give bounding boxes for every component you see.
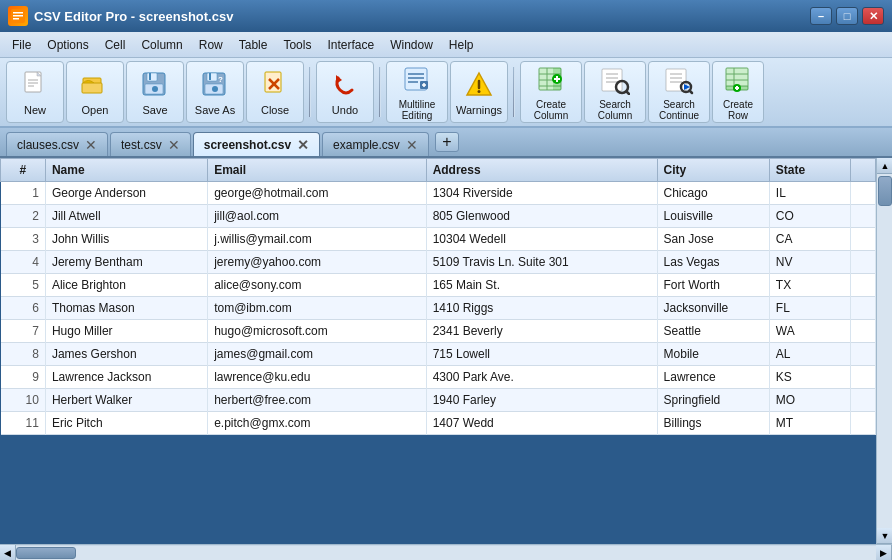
cell-email[interactable]: tom@ibm.com [208, 297, 426, 320]
menu-tools[interactable]: Tools [275, 36, 319, 54]
cell-city[interactable]: Billings [657, 412, 769, 435]
cell-city[interactable]: Jacksonville [657, 297, 769, 320]
table-row[interactable]: 4 Jeremy Bentham jeremy@yahoo.com 5109 T… [1, 251, 876, 274]
menu-help[interactable]: Help [441, 36, 482, 54]
table-row[interactable]: 11 Eric Pitch e.pitch@gmx.com 1407 Wedd … [1, 412, 876, 435]
warnings-button[interactable]: Warnings [450, 61, 508, 123]
tab-clauses-close[interactable]: ✕ [85, 138, 97, 152]
col-header-name[interactable]: Name [45, 159, 207, 182]
create-column-button[interactable]: Create Column [520, 61, 582, 123]
cell-address[interactable]: 5109 Travis Ln. Suite 301 [426, 251, 657, 274]
scroll-right-button[interactable]: ▶ [876, 545, 892, 561]
cell-email[interactable]: j.willis@ymail.com [208, 228, 426, 251]
menu-cell[interactable]: Cell [97, 36, 134, 54]
cell-name[interactable]: James Gershon [45, 343, 207, 366]
col-header-state[interactable]: State [769, 159, 850, 182]
tab-clauses[interactable]: clauses.csv ✕ [6, 132, 108, 156]
cell-name[interactable]: Thomas Mason [45, 297, 207, 320]
table-row[interactable]: 7 Hugo Miller hugo@microsoft.com 2341 Be… [1, 320, 876, 343]
col-header-email[interactable]: Email [208, 159, 426, 182]
open-button[interactable]: Open [66, 61, 124, 123]
multiline-button[interactable]: Multiline Editing [386, 61, 448, 123]
cell-address[interactable]: 2341 Beverly [426, 320, 657, 343]
tab-screenshot[interactable]: screenshot.csv ✕ [193, 132, 320, 156]
cell-email[interactable]: jeremy@yahoo.com [208, 251, 426, 274]
close-button[interactable]: ✕ [862, 7, 884, 25]
cell-name[interactable]: George Anderson [45, 182, 207, 205]
cell-address[interactable]: 10304 Wedell [426, 228, 657, 251]
minimize-button[interactable]: – [810, 7, 832, 25]
cell-city[interactable]: Lawrence [657, 366, 769, 389]
cell-city[interactable]: Las Vegas [657, 251, 769, 274]
saveas-button[interactable]: ? Save As [186, 61, 244, 123]
cell-address[interactable]: 805 Glenwood [426, 205, 657, 228]
cell-state[interactable]: FL [769, 297, 850, 320]
col-header-address[interactable]: Address [426, 159, 657, 182]
menu-file[interactable]: File [4, 36, 39, 54]
cell-state[interactable]: KS [769, 366, 850, 389]
cell-state[interactable]: IL [769, 182, 850, 205]
cell-email[interactable]: alice@sony.com [208, 274, 426, 297]
cell-address[interactable]: 4300 Park Ave. [426, 366, 657, 389]
cell-name[interactable]: Lawrence Jackson [45, 366, 207, 389]
cell-city[interactable]: Seattle [657, 320, 769, 343]
cell-name[interactable]: Hugo Miller [45, 320, 207, 343]
cell-state[interactable]: CA [769, 228, 850, 251]
table-row[interactable]: 3 John Willis j.willis@ymail.com 10304 W… [1, 228, 876, 251]
cell-email[interactable]: e.pitch@gmx.com [208, 412, 426, 435]
cell-name[interactable]: Alice Brighton [45, 274, 207, 297]
cell-name[interactable]: John Willis [45, 228, 207, 251]
table-row[interactable]: 6 Thomas Mason tom@ibm.com 1410 Riggs Ja… [1, 297, 876, 320]
tab-test-close[interactable]: ✕ [168, 138, 180, 152]
table-row[interactable]: 5 Alice Brighton alice@sony.com 165 Main… [1, 274, 876, 297]
cell-name[interactable]: Eric Pitch [45, 412, 207, 435]
cell-name[interactable]: Herbert Walker [45, 389, 207, 412]
save-button[interactable]: Save [126, 61, 184, 123]
table-row[interactable]: 2 Jill Atwell jill@aol.com 805 Glenwood … [1, 205, 876, 228]
h-scroll-track[interactable] [16, 546, 876, 560]
create-row-button[interactable]: Create Row [712, 61, 764, 123]
table-row[interactable]: 1 George Anderson george@hotmail.com 130… [1, 182, 876, 205]
cell-state[interactable]: CO [769, 205, 850, 228]
cell-address[interactable]: 715 Lowell [426, 343, 657, 366]
menu-table[interactable]: Table [231, 36, 276, 54]
scroll-track[interactable] [877, 174, 892, 528]
scroll-up-button[interactable]: ▲ [877, 158, 892, 174]
cell-email[interactable]: james@gmail.com [208, 343, 426, 366]
cell-state[interactable]: NV [769, 251, 850, 274]
undo-button[interactable]: Undo [316, 61, 374, 123]
cell-address[interactable]: 1304 Riverside [426, 182, 657, 205]
maximize-button[interactable]: □ [836, 7, 858, 25]
horizontal-scrollbar[interactable]: ◀ ▶ [0, 544, 892, 560]
add-tab-button[interactable]: + [435, 132, 459, 152]
cell-state[interactable]: AL [769, 343, 850, 366]
menu-window[interactable]: Window [382, 36, 441, 54]
table-row[interactable]: 10 Herbert Walker herbert@free.com 1940 … [1, 389, 876, 412]
tab-screenshot-close[interactable]: ✕ [297, 138, 309, 152]
cell-address[interactable]: 1407 Wedd [426, 412, 657, 435]
vertical-scrollbar[interactable]: ▲ ▼ [876, 158, 892, 544]
menu-options[interactable]: Options [39, 36, 96, 54]
cell-city[interactable]: Chicago [657, 182, 769, 205]
cell-email[interactable]: george@hotmail.com [208, 182, 426, 205]
cell-email[interactable]: herbert@free.com [208, 389, 426, 412]
search-continue-button[interactable]: Search Continue [648, 61, 710, 123]
cell-city[interactable]: Fort Worth [657, 274, 769, 297]
search-column-button[interactable]: Search Column [584, 61, 646, 123]
new-button[interactable]: New [6, 61, 64, 123]
cell-city[interactable]: San Jose [657, 228, 769, 251]
cell-city[interactable]: Louisville [657, 205, 769, 228]
col-header-city[interactable]: City [657, 159, 769, 182]
menu-interface[interactable]: Interface [319, 36, 382, 54]
cell-email[interactable]: lawrence@ku.edu [208, 366, 426, 389]
cell-city[interactable]: Springfield [657, 389, 769, 412]
cell-city[interactable]: Mobile [657, 343, 769, 366]
scroll-thumb[interactable] [878, 176, 892, 206]
menu-column[interactable]: Column [133, 36, 190, 54]
tab-example[interactable]: example.csv ✕ [322, 132, 429, 156]
h-scroll-thumb[interactable] [16, 547, 76, 559]
cell-state[interactable]: MT [769, 412, 850, 435]
tab-example-close[interactable]: ✕ [406, 138, 418, 152]
cell-state[interactable]: MO [769, 389, 850, 412]
close-file-button[interactable]: Close [246, 61, 304, 123]
